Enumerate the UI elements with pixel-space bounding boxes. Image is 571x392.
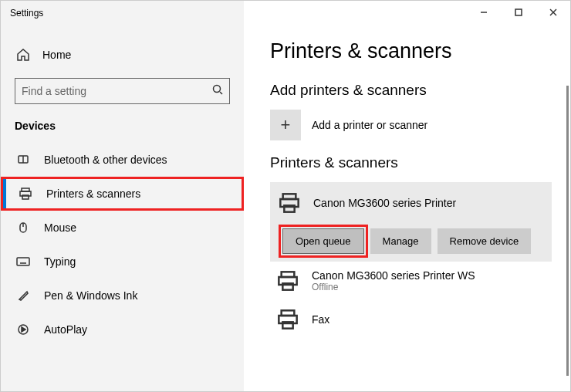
svg-rect-13 xyxy=(17,258,29,265)
add-section-heading: Add printers & scanners xyxy=(270,82,552,99)
home-link[interactable]: Home xyxy=(1,39,244,70)
sidebar-item-label: Bluetooth & other devices xyxy=(44,154,167,166)
open-queue-button[interactable]: Open queue xyxy=(282,228,364,254)
category-heading: Devices xyxy=(1,120,244,143)
svg-point-4 xyxy=(214,86,221,93)
home-label: Home xyxy=(42,49,71,61)
search-icon xyxy=(212,84,223,98)
printer-item[interactable]: Canon MG3600 series Printer WS Offline xyxy=(270,262,552,300)
mouse-icon xyxy=(16,221,30,235)
keyboard-icon xyxy=(16,255,30,269)
svg-rect-10 xyxy=(22,195,29,199)
printer-icon xyxy=(276,190,302,216)
plus-icon: + xyxy=(270,110,301,140)
add-printer-label: Add a printer or scanner xyxy=(312,119,427,131)
printer-name: Canon MG3600 series Printer xyxy=(313,197,456,209)
sidebar-item-typing[interactable]: Typing xyxy=(1,245,244,279)
manage-button[interactable]: Manage xyxy=(370,228,431,254)
printer-name: Canon MG3600 series Printer WS xyxy=(312,269,475,282)
sidebar-item-printers[interactable]: Printers & scanners xyxy=(1,177,244,211)
sidebar-item-mouse[interactable]: Mouse xyxy=(1,211,244,245)
sidebar-item-autoplay[interactable]: AutoPlay xyxy=(1,313,244,346)
window-title: Settings xyxy=(10,8,43,19)
remove-device-button[interactable]: Remove device xyxy=(438,228,532,254)
printer-name: Fax xyxy=(312,313,329,326)
main-content: Printers & scanners Add printers & scann… xyxy=(244,1,570,391)
sidebar-item-label: Printers & scanners xyxy=(46,188,140,200)
sidebar-item-label: Typing xyxy=(44,255,76,268)
pen-icon xyxy=(16,289,30,302)
sidebar-item-label: AutoPlay xyxy=(44,323,87,336)
add-printer-row[interactable]: + Add a printer or scanner xyxy=(270,110,552,140)
sidebar-item-label: Pen & Windows Ink xyxy=(44,289,137,302)
printer-actions: Open queue Manage Remove device xyxy=(276,228,546,254)
printer-icon xyxy=(275,268,301,294)
printer-status: Offline xyxy=(312,282,475,292)
search-input[interactable] xyxy=(22,85,212,97)
autoplay-icon xyxy=(16,323,30,336)
home-icon xyxy=(16,48,30,62)
printer-icon xyxy=(275,306,301,333)
sidebar: Home Devices Bluetooth & other devices P… xyxy=(1,1,244,391)
page-title: Printers & scanners xyxy=(270,39,552,63)
sidebar-item-label: Mouse xyxy=(44,221,76,234)
scrollbar[interactable] xyxy=(566,86,569,376)
search-box[interactable] xyxy=(15,78,230,104)
printers-section-heading: Printers & scanners xyxy=(270,154,552,171)
bluetooth-icon xyxy=(16,153,30,167)
printer-icon xyxy=(19,187,32,201)
svg-line-5 xyxy=(220,92,222,94)
sidebar-item-bluetooth[interactable]: Bluetooth & other devices xyxy=(1,143,244,177)
printer-item-selected[interactable]: Canon MG3600 series Printer Open queue M… xyxy=(270,182,552,262)
sidebar-item-pen[interactable]: Pen & Windows Ink xyxy=(1,279,244,313)
printer-item[interactable]: Fax xyxy=(270,300,552,339)
